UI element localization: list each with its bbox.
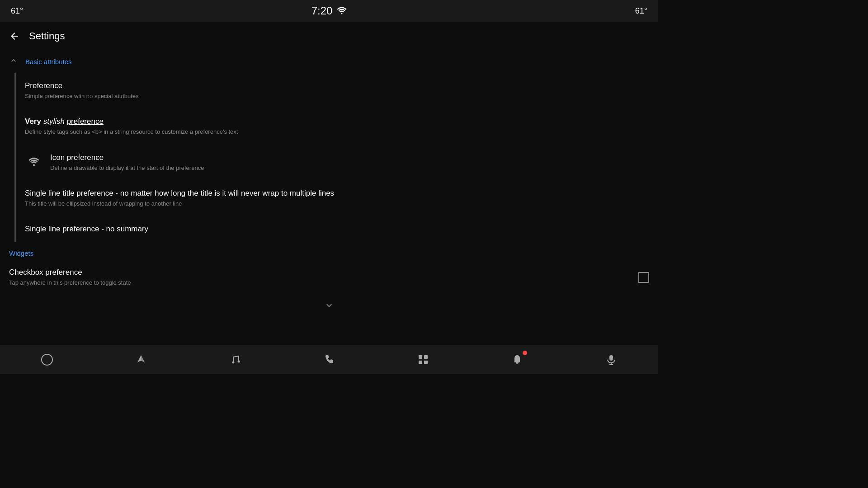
preference-item-checkbox[interactable]: Checkbox preference Tap anywhere in this…	[0, 259, 658, 295]
nav-item-phone[interactable]	[311, 345, 347, 374]
nav-item-navigation[interactable]	[123, 345, 159, 374]
preference-content-basic: Preference Simple preference with no spe…	[25, 81, 649, 100]
stylish-bold-text: Very	[25, 117, 43, 126]
chevron-up-icon[interactable]	[9, 56, 18, 67]
preference-title-single-line-no-summary: Single line preference - no summary	[25, 224, 649, 234]
nav-item-bell[interactable]	[499, 345, 535, 374]
svg-rect-9	[609, 355, 613, 361]
svg-rect-6	[424, 355, 428, 359]
notification-dot	[523, 351, 527, 355]
section-label-widgets: Widgets	[9, 249, 33, 257]
page-title: Settings	[29, 30, 65, 42]
preference-content-icon: Icon preference Define a drawable to dis…	[50, 153, 649, 172]
svg-rect-5	[419, 355, 422, 359]
preference-item-single-line-title[interactable]: Single line title preference - no matter…	[16, 180, 658, 216]
stylish-italic-text: stylish	[43, 117, 67, 126]
preference-title-checkbox: Checkbox preference	[9, 267, 631, 277]
back-button[interactable]	[9, 31, 20, 42]
preference-title-icon: Icon preference	[50, 153, 649, 163]
nav-item-mic[interactable]	[593, 345, 629, 374]
top-bar: Settings	[0, 22, 658, 51]
nav-item-grid[interactable]	[405, 345, 441, 374]
preference-summary-single-line-title: This title will be ellipsized instead of…	[25, 200, 649, 208]
status-temp-left: 61°	[11, 6, 23, 16]
stylish-underline-text: preference	[67, 117, 104, 126]
preference-item-single-line-no-summary[interactable]: Single line preference - no summary	[16, 216, 658, 242]
preference-content-stylish: Very stylish preference Define style tag…	[25, 117, 649, 136]
wifi-pref-icon	[25, 153, 43, 171]
time-display: 7:20	[311, 5, 333, 17]
nav-item-music[interactable]	[217, 345, 253, 374]
preference-title-basic: Preference	[25, 81, 649, 91]
preference-summary-stylish: Define style tags such as <b> in a strin…	[25, 128, 649, 136]
preference-title-stylish: Very stylish preference	[25, 117, 649, 127]
svg-point-3	[232, 361, 235, 364]
preference-content-checkbox: Checkbox preference Tap anywhere in this…	[9, 267, 631, 287]
preference-content-single-line-no-summary: Single line preference - no summary	[25, 224, 649, 234]
nav-item-home[interactable]	[29, 345, 65, 374]
checkbox-widget[interactable]	[638, 272, 649, 283]
svg-rect-8	[424, 361, 428, 364]
bottom-nav	[0, 345, 658, 374]
preference-item-stylish[interactable]: Very stylish preference Define style tag…	[16, 108, 658, 144]
preference-content-single-line-title: Single line title preference - no matter…	[25, 188, 649, 208]
svg-point-4	[238, 361, 240, 363]
preference-summary-checkbox: Tap anywhere in this preference to toggl…	[9, 279, 631, 287]
svg-rect-7	[419, 361, 422, 364]
status-temp-right: 61°	[635, 6, 647, 16]
preference-title-single-line-title: Single line title preference - no matter…	[25, 188, 613, 198]
preference-summary-icon: Define a drawable to display it at the s…	[50, 164, 649, 172]
preference-summary-basic: Simple preference with no special attrib…	[25, 92, 649, 100]
wifi-signal-icon	[337, 5, 347, 17]
content-area: Basic attributes Preference Simple prefe…	[0, 51, 658, 345]
checkbox-box[interactable]	[638, 272, 649, 283]
preference-item-basic[interactable]: Preference Simple preference with no spe…	[16, 73, 658, 108]
preference-item-icon[interactable]: Icon preference Define a drawable to dis…	[16, 145, 658, 180]
status-bar: 61° 7:20 61°	[0, 0, 658, 22]
section-header-widgets[interactable]: Widgets	[0, 242, 658, 259]
svg-point-0	[341, 13, 343, 14]
svg-point-1	[33, 164, 35, 166]
section-header-basic-attributes[interactable]: Basic attributes	[0, 51, 658, 73]
section-label-basic-attributes: Basic attributes	[25, 58, 72, 66]
status-center: 7:20	[311, 5, 347, 17]
scroll-indicator	[0, 296, 658, 315]
svg-point-2	[42, 354, 52, 365]
